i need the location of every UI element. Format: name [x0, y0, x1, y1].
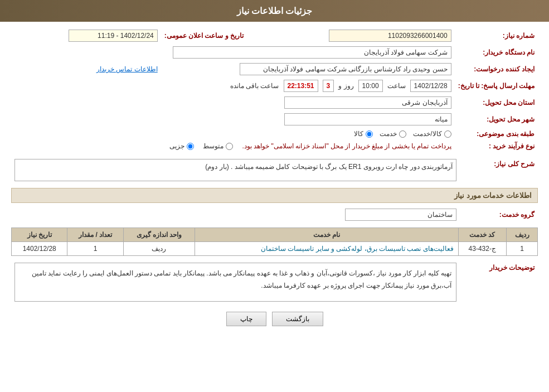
delivery-province-value: آذربایجان شرقی [284, 96, 451, 109]
reply-deadline-label: مهلت ارسال پاسخ: تا تاریخ: [455, 78, 538, 94]
col-header-code: کد خدمت [458, 228, 506, 242]
remaining-days-value: 3 [323, 80, 334, 92]
process-radio-medium-input[interactable] [226, 143, 233, 150]
col-header-row: ردیف [507, 228, 538, 242]
description-value: آرماتوربندی دور چاه ارت روبروی ER1 یک بر… [14, 159, 456, 181]
category-radio-goods-service-input[interactable] [444, 130, 451, 138]
row-service-code: ج-432-43 [458, 242, 506, 256]
category-label-service: خدمت [380, 130, 397, 138]
process-radio-medium[interactable]: متوسط [203, 142, 233, 150]
buttons-row: بازگشت چاپ [11, 312, 538, 326]
process-label-partial: جزیی [169, 142, 184, 150]
process-type-label: نوع فرآیند خرید : [455, 140, 538, 152]
category-radio-service-input[interactable] [399, 130, 406, 138]
remaining-time-value: 22:13:51 [284, 80, 318, 92]
reply-time-value: 10:00 [358, 80, 383, 92]
description-label: شرح کلی نیاز: [460, 157, 538, 183]
back-button[interactable]: بازگشت [272, 312, 323, 326]
row-unit: ردیف [123, 242, 195, 256]
col-header-qty: تعداد / مقدار [67, 228, 123, 242]
col-header-date: تاریخ نیاز [12, 228, 67, 242]
delivery-province-label: استان محل تحویل: [455, 94, 538, 111]
print-button[interactable]: چاپ [226, 312, 266, 326]
category-label-goods: کالا [354, 130, 363, 138]
process-label-medium: متوسط [203, 142, 224, 150]
remaining-days-label: روز و [338, 82, 353, 90]
remaining-suffix: ساعت باقی مانده [230, 82, 279, 90]
col-header-name: نام خدمت [195, 228, 458, 242]
process-type-text: پرداخت تمام یا بخشی از مبلغ خریدار از مح… [242, 142, 451, 150]
reply-date-value: 1402/12/28 [410, 80, 451, 92]
category-radio-goods-service[interactable]: کالا/خدمت [413, 130, 451, 138]
buyer-name-label: نام دستگاه خریدار: [455, 44, 538, 61]
creator-label: ایجاد کننده درخواست: [455, 61, 538, 78]
buyer-name-value: شرکت سهامی فولاد آذربایجان [173, 46, 451, 59]
service-group-value: ساختمان [345, 209, 456, 221]
row-date: 1402/12/28 [12, 242, 67, 256]
process-radio-partial[interactable]: جزیی [169, 142, 194, 150]
need-number-label: شماره نیاز: [455, 27, 538, 44]
buyer-desc-value: تهیه کلیه ابزار کار مورد نیاز ،کسورات قا… [14, 263, 456, 302]
category-radio-goods-input[interactable] [366, 130, 373, 138]
creator-value: حسن وحیدی راد کارشناس بازرگانی شرکت سهام… [240, 63, 451, 75]
delivery-city-value: میانه [284, 113, 451, 125]
service-group-label: گروه خدمت: [460, 206, 538, 223]
row-service-name: فعالیت‌های نصب تاسیسات برق، لوله‌کشی و س… [195, 242, 458, 256]
process-radio-partial-input[interactable] [187, 143, 194, 150]
category-radio-goods[interactable]: کالا [354, 130, 373, 138]
buyer-desc-label: توضیحات خریدار [460, 260, 538, 304]
public-announcement-label: تاریخ و ساعت اعلان عمومی: [164, 32, 244, 40]
col-header-unit: واحد اندازه گیری [123, 228, 195, 242]
row-quantity: 1 [67, 242, 123, 256]
public-announcement-value: 1402/12/24 - 11:19 [69, 30, 158, 42]
creator-contact-link[interactable]: اطلاعات تماس خریدار [96, 65, 158, 73]
category-label: طبقه بندی موضوعی: [455, 128, 538, 140]
services-table: ردیف کد خدمت نام خدمت واحد اندازه گیری ت… [11, 228, 538, 256]
services-section-title: اطلاعات خدمات مورد نیاز [11, 188, 538, 203]
reply-time-label: ساعت [387, 82, 406, 90]
page-title: جزئیات اطلاعات نیاز [0, 0, 549, 22]
delivery-city-label: شهر محل تحویل: [455, 111, 538, 128]
row-num: 1 [507, 242, 538, 256]
category-radio-service[interactable]: خدمت [380, 130, 406, 138]
category-label-goods-service: کالا/خدمت [413, 130, 441, 138]
table-row: 1 ج-432-43 فعالیت‌های نصب تاسیسات برق، ل… [12, 242, 538, 256]
need-number-value: 1102093266001400 [329, 30, 451, 42]
